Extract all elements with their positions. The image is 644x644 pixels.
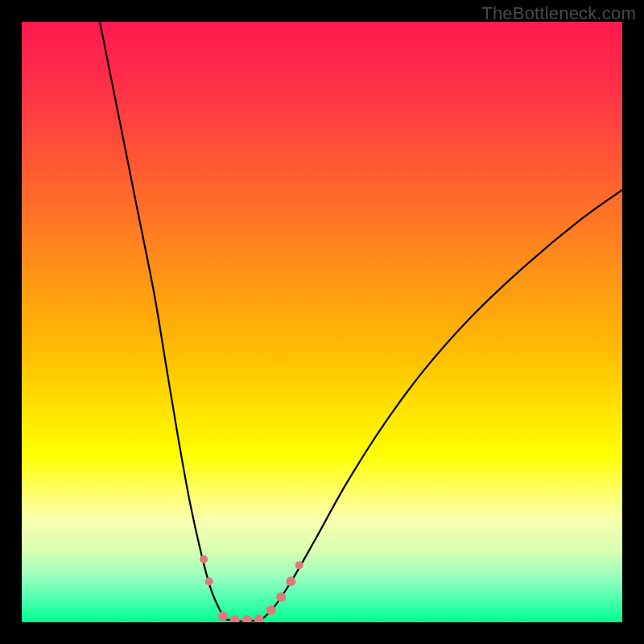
right-dot-4 — [295, 561, 303, 569]
bottom-dot-4 — [254, 614, 264, 622]
bottom-dot-1 — [218, 612, 228, 621]
series-left-curve — [100, 22, 226, 619]
watermark-label: TheBottleneck.com — [481, 3, 636, 24]
left-dot-1 — [200, 555, 208, 564]
right-dot-1 — [266, 605, 276, 615]
chart-frame: TheBottleneck.com — [0, 0, 644, 644]
right-dot-2 — [276, 592, 286, 602]
series-right-curve — [262, 190, 622, 619]
curves-svg — [22, 22, 622, 622]
bottom-dot-3 — [242, 615, 252, 622]
right-dot-3 — [286, 576, 295, 586]
bottom-dot-2 — [230, 615, 240, 622]
plot-area — [22, 22, 622, 622]
left-dot-2 — [205, 577, 213, 585]
